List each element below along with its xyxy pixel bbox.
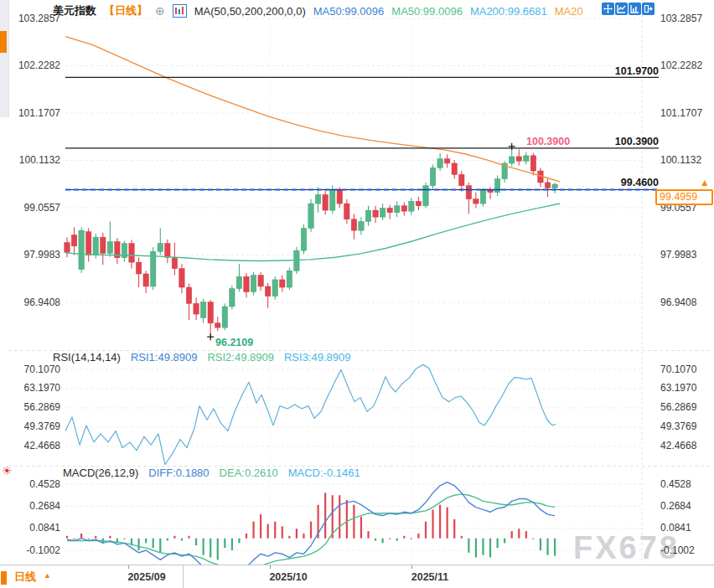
axis-tick-label: 42.4668 <box>0 441 60 451</box>
axis-tick-label: 103.2857 <box>660 13 702 24</box>
month-tick <box>411 565 412 569</box>
axis-tick-label: 103.2857 <box>0 13 60 24</box>
left-rail-bottom-orange <box>1 571 7 585</box>
axis-tick-label: 56.2869 <box>0 402 60 413</box>
date-label-sep: 2025/09 <box>127 571 165 583</box>
rsi-settings-label[interactable]: RSI(14,14,14) <box>53 351 121 364</box>
exit-fullscreen-icon[interactable] <box>642 3 654 15</box>
add-compare-icon[interactable]: ⊕ <box>155 4 165 18</box>
resistance-level-label: 100.3900 <box>615 136 659 147</box>
macd-indicator-icon[interactable]: ☀ <box>2 464 13 477</box>
axis-tick-label: 97.9983 <box>0 250 60 260</box>
date-label-nov: 2025/11 <box>411 571 449 583</box>
current-level-label: 99.4600 <box>621 177 659 188</box>
axis-tick-label: -0.1002 <box>660 545 695 556</box>
axis-tick-label: 102.2282 <box>0 60 60 71</box>
rsi-header: RSI(14,14,14) RSI1:49.8909 RSI2:49.8909 … <box>53 351 350 364</box>
axis-tick-label: 97.9983 <box>660 250 696 260</box>
price-up-arrow-icon: ▲ <box>700 177 710 188</box>
symbol-title: 美元指数 <box>53 3 96 18</box>
month-tick <box>128 565 129 569</box>
line-chart-icon[interactable] <box>615 3 628 15</box>
bar-chart-icon[interactable] <box>629 3 641 15</box>
rsi3-value: RSI3:49.8909 <box>284 351 351 364</box>
pan-crosshair-icon[interactable] <box>602 3 614 15</box>
axis-tick-label: 101.1707 <box>660 108 702 119</box>
candlestick-mini-icon[interactable] <box>173 4 187 18</box>
axis-tick-label: 0.4528 <box>0 479 60 490</box>
axis-tick-label: 56.2869 <box>660 402 696 413</box>
diff-value: DIFF:0.1880 <box>148 467 209 479</box>
axis-tick-label: 70.1070 <box>0 364 60 375</box>
axis-tick-label: 49.3769 <box>0 421 60 432</box>
month-tick <box>270 565 271 569</box>
ma50-legend-2: MA50:99.0096 <box>391 5 463 18</box>
period-tab-arrow-icon: ▲ <box>44 571 51 580</box>
macd-value: MACD:-0.1461 <box>288 467 360 479</box>
axis-tick-label: 0.0841 <box>0 523 60 534</box>
price-chart-canvas[interactable] <box>0 0 714 588</box>
axis-tick-label: 0.4528 <box>660 479 691 490</box>
chart-window: FX678 ☀ 美元指数 【日线】 ⊕ MA(50,50,200,200,0,0… <box>0 0 714 588</box>
ma200-legend: MA200:99.6681 <box>470 5 547 18</box>
dea-value: DEA:0.2610 <box>220 467 278 479</box>
axis-tick-label: 70.1070 <box>660 364 696 375</box>
axis-tick-label: -0.1002 <box>0 545 60 556</box>
left-rail-orange-thumb[interactable] <box>0 31 7 53</box>
axis-tick-label: 49.3769 <box>660 421 696 432</box>
swing-low-label: 96.2109 <box>215 337 253 348</box>
date-label-oct: 2025/10 <box>269 571 307 583</box>
ma20-legend: MA20 <box>555 5 583 18</box>
rsi1-value: RSI1:49.8909 <box>131 351 198 364</box>
axis-tick-label: 0.0841 <box>660 523 691 534</box>
axis-tick-label: 96.9408 <box>0 297 60 308</box>
period-tag[interactable]: 【日线】 <box>104 3 147 18</box>
axis-tick-label: 63.1970 <box>0 383 60 394</box>
axis-tick-label: 99.0557 <box>0 203 60 214</box>
axis-tick-label: 0.2684 <box>0 501 60 512</box>
macd-header: MACD(26,12,9) DIFF:0.1880 DEA:0.2610 MAC… <box>63 467 360 479</box>
axis-tick-label: 101.1707 <box>0 108 60 119</box>
last-price-box: 99.4959 <box>655 189 713 205</box>
macd-settings-label[interactable]: MACD(26,12,9) <box>63 467 138 479</box>
axis-tick-label: 100.1132 <box>0 155 60 166</box>
axis-tick-label: 42.4668 <box>660 441 696 451</box>
ma50-legend-1: MA50:99.0096 <box>313 5 385 18</box>
ma-settings-label[interactable]: MA(50,50,200,200,0,0) <box>194 5 306 18</box>
axis-tick-label: 0.2684 <box>660 501 691 512</box>
chart-header: 美元指数 【日线】 ⊕ MA(50,50,200,200,0,0) MA50:9… <box>53 3 583 18</box>
axis-tick-label: 63.1970 <box>660 383 696 394</box>
axis-tick-label: 100.1132 <box>660 155 701 166</box>
rsi2-value: RSI2:49.8909 <box>207 351 274 364</box>
axis-tick-label: 96.9408 <box>660 297 696 308</box>
axis-tick-label: 102.2282 <box>660 60 702 71</box>
time-axis-bar: 日线 ▲ 2025/09 2025/10 2025/11 <box>0 565 714 588</box>
upper-level-label: 101.9700 <box>615 65 659 77</box>
chart-toolbar <box>602 3 654 15</box>
period-tab-label[interactable]: 日线 <box>14 570 36 585</box>
resistance-tag-pink: 100.3900 <box>526 136 570 147</box>
